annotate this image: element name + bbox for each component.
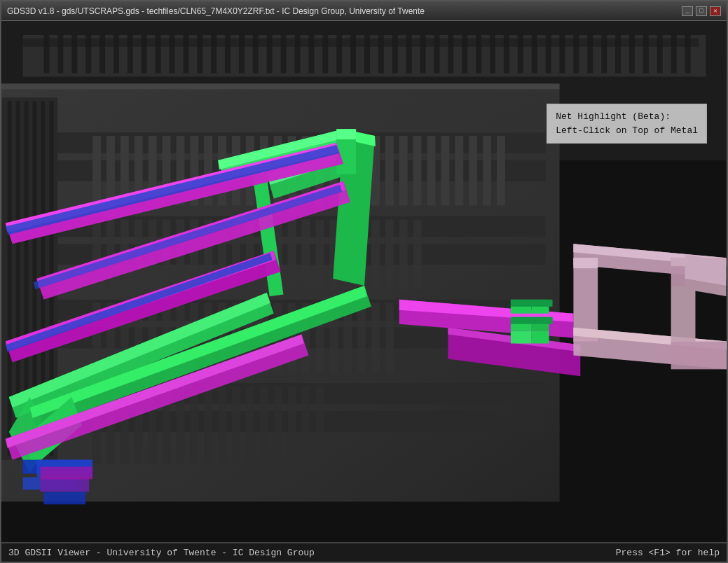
svg-rect-15: [197, 35, 202, 74]
svg-rect-23: [308, 35, 314, 74]
window-controls: _ □ ✕: [682, 6, 721, 16]
svg-rect-22: [295, 35, 301, 74]
svg-rect-161: [315, 387, 324, 463]
svg-rect-217: [671, 286, 696, 342]
svg-rect-156: [246, 387, 254, 463]
svg-rect-210: [511, 317, 553, 324]
svg-rect-63: [57, 216, 545, 237]
close-button[interactable]: ✕: [710, 6, 721, 16]
svg-rect-24: [322, 35, 328, 74]
tooltip-line1: Net Highlight (Beta):: [556, 110, 698, 124]
svg-rect-34: [462, 35, 467, 74]
svg-rect-177: [336, 129, 356, 139]
statusbar: 3D GDSII Viewer - University of Twente -…: [1, 542, 727, 562]
svg-rect-44: [601, 35, 607, 74]
svg-rect-18: [239, 35, 245, 74]
svg-rect-35: [476, 35, 481, 74]
svg-rect-10: [128, 35, 133, 74]
svg-rect-26: [350, 35, 356, 74]
svg-rect-36: [490, 35, 495, 74]
svg-rect-19: [253, 35, 259, 74]
svg-rect-40: [546, 35, 551, 74]
window-title: GDS3D v1.8 - gds/UTSCRAPS.gds - techfile…: [7, 6, 425, 16]
svg-rect-158: [274, 387, 282, 463]
svg-rect-7: [85, 35, 91, 74]
tooltip-line2: Left-Click on Top of Metal: [556, 124, 698, 138]
svg-rect-122: [413, 219, 422, 289]
svg-rect-213: [43, 492, 85, 504]
svg-rect-42: [573, 35, 579, 74]
svg-rect-16: [211, 35, 217, 74]
svg-rect-4: [43, 35, 49, 74]
svg-rect-5: [57, 35, 63, 74]
maximize-button[interactable]: □: [696, 6, 707, 16]
svg-rect-43: [587, 35, 593, 74]
svg-rect-27: [364, 35, 370, 74]
svg-rect-11: [142, 35, 147, 74]
svg-rect-94: [441, 136, 449, 205]
3d-viewport[interactable]: Net Highlight (Beta): Left-Click on Top …: [1, 21, 727, 542]
svg-rect-41: [560, 35, 565, 74]
svg-rect-96: [469, 136, 477, 205]
svg-rect-8: [99, 35, 105, 74]
statusbar-left-text: 3D GDSII Viewer - University of Twente -…: [8, 548, 315, 558]
svg-rect-218: [671, 342, 727, 370]
svg-rect-152: [190, 387, 198, 463]
svg-rect-119: [371, 219, 380, 289]
svg-rect-48: [657, 35, 663, 74]
net-highlight-tooltip: Net Highlight (Beta): Left-Click on Top …: [547, 104, 707, 144]
svg-rect-38: [518, 35, 523, 74]
minimize-button[interactable]: _: [682, 6, 693, 16]
svg-rect-9: [114, 35, 119, 74]
svg-rect-20: [267, 35, 273, 74]
svg-rect-3: [23, 39, 699, 47]
svg-rect-142: [357, 303, 366, 373]
svg-rect-93: [427, 136, 436, 205]
svg-rect-92: [413, 136, 422, 205]
svg-rect-208: [532, 331, 549, 344]
svg-rect-70: [107, 136, 115, 205]
svg-rect-120: [385, 219, 394, 289]
svg-rect-121: [399, 219, 408, 289]
svg-rect-12: [156, 35, 161, 74]
svg-rect-53: [1, 84, 560, 90]
svg-rect-25: [336, 35, 342, 74]
3d-scene: [1, 21, 727, 542]
svg-rect-29: [392, 35, 398, 74]
svg-rect-33: [448, 35, 453, 74]
svg-rect-47: [643, 35, 649, 74]
svg-rect-144: [385, 303, 394, 373]
svg-rect-50: [685, 35, 691, 74]
svg-rect-17: [225, 35, 231, 74]
svg-rect-46: [629, 35, 635, 74]
svg-rect-143: [371, 303, 380, 373]
svg-rect-98: [497, 136, 505, 205]
svg-rect-21: [281, 35, 287, 74]
svg-rect-39: [532, 35, 537, 74]
svg-rect-160: [301, 387, 310, 463]
svg-rect-153: [204, 387, 212, 463]
svg-rect-45: [615, 35, 621, 74]
svg-rect-212: [40, 478, 89, 492]
svg-rect-69: [92, 136, 101, 205]
svg-rect-214: [40, 467, 92, 480]
svg-rect-97: [483, 136, 491, 205]
svg-rect-154: [218, 387, 226, 463]
svg-rect-159: [288, 387, 296, 463]
svg-rect-32: [434, 35, 439, 74]
svg-rect-209: [511, 300, 553, 307]
svg-rect-115: [315, 219, 324, 289]
svg-rect-155: [232, 387, 240, 463]
svg-rect-6: [71, 35, 77, 74]
svg-rect-31: [420, 35, 426, 74]
svg-rect-28: [378, 35, 384, 74]
svg-rect-14: [183, 35, 188, 74]
svg-rect-157: [260, 387, 268, 463]
svg-rect-113: [288, 219, 296, 289]
svg-rect-49: [671, 35, 677, 74]
svg-rect-114: [301, 219, 310, 289]
svg-rect-37: [504, 35, 509, 74]
svg-rect-90: [385, 136, 394, 205]
svg-rect-13: [169, 35, 174, 74]
svg-rect-95: [455, 136, 463, 205]
